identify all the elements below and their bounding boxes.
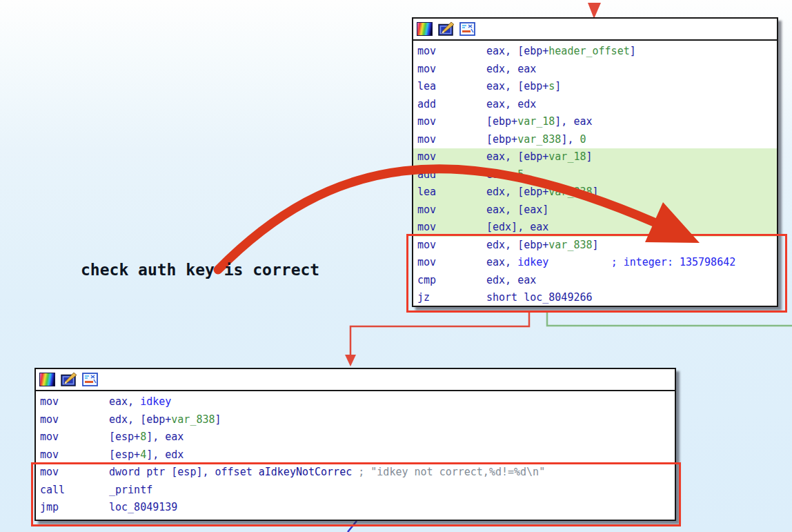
asm-token: ] [593, 239, 599, 251]
asm-mnemonic: mov [417, 131, 486, 149]
asm-line[interactable]: movedx, [ebp+var_838] [36, 411, 675, 429]
asm-token: edx, [ebp+ [109, 413, 171, 426]
asm-token: eax, [eax] [486, 204, 548, 216]
asm-line[interactable]: moveax, idkey [36, 393, 675, 411]
asm-line[interactable]: mov[ebp+var_18], eax [413, 113, 777, 131]
asm-mnemonic: jz [417, 289, 486, 307]
asm-token: idkey [517, 256, 548, 268]
asm-token: ], eax [555, 115, 592, 128]
asm-mnemonic: mov [417, 201, 486, 219]
asm-token: [ebp+ [486, 115, 517, 128]
asm-token: var_18 [548, 150, 586, 163]
asm-token: aIdkeyNotCorrec [259, 466, 352, 478]
asm-line[interactable]: mov[edx], eax [413, 219, 777, 237]
asm-token: 0 [580, 133, 586, 146]
asm-token: eax, [486, 168, 517, 181]
asm-token: edx, eax [486, 274, 536, 286]
asm-token: var_838 [171, 413, 215, 426]
asm-mnemonic: add [417, 96, 486, 114]
edge-loop-back [348, 521, 357, 532]
asm-mnemonic: mov [417, 61, 486, 79]
asm-token: [esp+ [109, 449, 140, 461]
asm-token: 8 [140, 431, 146, 443]
asm-line[interactable]: moveax, idkey ; integer: 135798642 [413, 254, 777, 272]
graph-node-icon[interactable] [82, 373, 98, 386]
edge-jump-not-taken [350, 311, 529, 356]
asm-token: ] [586, 150, 593, 163]
annotation-label: check auth key is correct [81, 261, 319, 279]
asm-token: var_18 [517, 115, 555, 128]
block-titlebar [36, 369, 675, 391]
asm-token: eax, [ebp+ [486, 150, 548, 163]
asm-line[interactable]: call_printf [36, 482, 675, 500]
asm-mnemonic: mov [417, 43, 486, 61]
asm-token: ] [215, 413, 221, 426]
asm-mnemonic: mov [40, 446, 109, 464]
asm-token: eax, edx [486, 98, 536, 110]
asm-token: var_838 [548, 239, 592, 251]
asm-mnemonic: mov [417, 219, 486, 237]
asm-token: ] [630, 45, 636, 57]
node-color-icon[interactable] [39, 373, 55, 386]
asm-token: loc_8049139 [109, 501, 177, 513]
asm-mnemonic: mov [417, 254, 486, 272]
asm-token: ], [561, 133, 580, 146]
asm-token: var_838 [548, 186, 592, 198]
edit-comment-icon[interactable] [438, 22, 454, 36]
asm-token: eax, [486, 256, 517, 268]
asm-token [548, 256, 611, 268]
asm-token: ] [593, 186, 599, 198]
asm-token: 5 [517, 168, 524, 181]
asm-mnemonic: mov [417, 113, 486, 131]
asm-token: eax, [ebp+ [486, 45, 548, 57]
asm-line[interactable]: jmploc_8049139 [36, 499, 675, 517]
edit-comment-icon[interactable] [61, 373, 77, 386]
asm-line[interactable]: addeax, edx [413, 96, 777, 114]
asm-mnemonic: lea [417, 78, 486, 96]
edge-jump-taken [547, 311, 792, 326]
asm-token: ] [555, 80, 561, 92]
asm-token: ; "idkey not correct,%d!=%d\n" [352, 466, 545, 478]
code-lines: moveax, idkeymovedx, [ebp+var_838]mov[es… [36, 391, 675, 517]
asm-line[interactable]: movedx, [ebp+var_838] [413, 237, 777, 255]
asm-mnemonic: mov [40, 393, 109, 411]
graph-node-icon[interactable] [459, 22, 475, 36]
asm-token: dword ptr [esp], offset [109, 466, 259, 478]
asm-line[interactable]: movdword ptr [esp], offset aIdkeyNotCorr… [36, 464, 675, 482]
asm-token: idkey [140, 395, 171, 408]
asm-mnemonic: mov [40, 428, 109, 446]
asm-token: short loc_8049266 [486, 291, 593, 304]
asm-token: s [548, 80, 555, 92]
asm-token: [edx], eax [486, 221, 548, 233]
asm-token: edx, [ebp+ [486, 186, 548, 198]
asm-line[interactable]: leaeax, [ebp+s] [413, 78, 777, 96]
asm-line[interactable]: cmpedx, eax [413, 272, 777, 290]
asm-token: ], edx [146, 449, 184, 461]
asm-line[interactable]: movedx, eax [413, 61, 777, 79]
asm-token: 4 [140, 449, 146, 461]
asm-mnemonic: mov [417, 148, 486, 166]
asm-token: eax, [109, 395, 140, 408]
asm-mnemonic: jmp [40, 499, 109, 517]
basic-block-auth-check[interactable]: moveax, [ebp+header_offset]movedx, eaxle… [412, 17, 778, 307]
asm-mnemonic: add [417, 166, 486, 184]
asm-line[interactable]: jzshort loc_8049266 [413, 289, 777, 307]
asm-line[interactable]: moveax, [ebp+var_18] [413, 148, 777, 166]
asm-line[interactable]: moveax, [ebp+header_offset] [413, 43, 777, 61]
asm-line[interactable]: leaedx, [ebp+var_838] [413, 184, 777, 201]
asm-line[interactable]: moveax, [eax] [413, 201, 777, 219]
asm-token: header_offset [548, 45, 629, 57]
asm-line[interactable]: addeax, 5 [413, 166, 777, 184]
asm-mnemonic: mov [40, 464, 109, 482]
asm-line[interactable]: mov[ebp+var_838], 0 [413, 131, 777, 149]
block-titlebar [413, 19, 777, 41]
asm-line[interactable]: mov[esp+4], edx [36, 446, 675, 464]
asm-token: edx, [ebp+ [486, 239, 548, 251]
asm-token: ; integer: 135798642 [611, 256, 736, 268]
node-color-icon[interactable] [417, 22, 433, 36]
code-lines: moveax, [ebp+header_offset]movedx, eaxle… [413, 41, 777, 307]
asm-line[interactable]: mov[esp+8], eax [36, 428, 675, 446]
basic-block-print-error[interactable]: moveax, idkeymovedx, [ebp+var_838]mov[es… [34, 368, 676, 521]
asm-token: eax, [ebp+ [486, 80, 548, 92]
asm-token: [ebp+ [486, 133, 517, 146]
